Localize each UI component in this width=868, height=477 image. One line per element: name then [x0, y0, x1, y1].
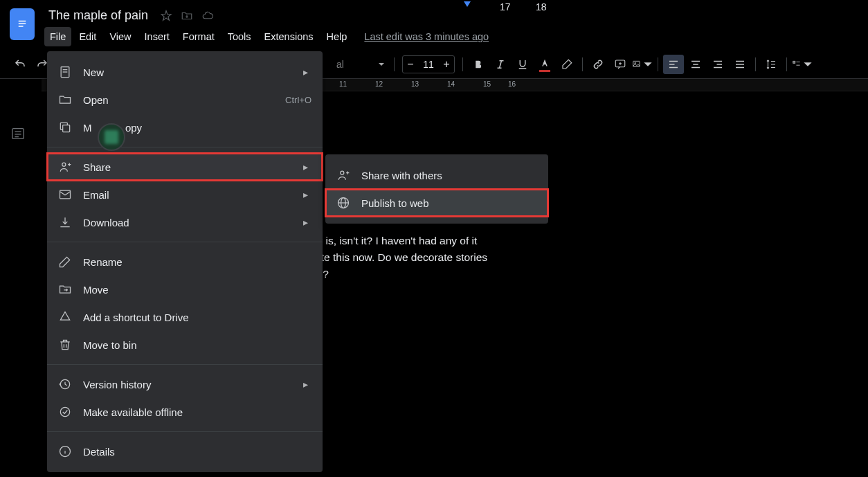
submenu-arrow-icon: ▸ [303, 161, 311, 172]
menu-separator [47, 364, 323, 365]
menu-label: Add a shortcut to Drive [83, 312, 311, 323]
file-menu-add-shortcut[interactable]: Add a shortcut to Drive [47, 303, 323, 331]
ruler-tick: 15 [483, 80, 491, 88]
drive-shortcut-icon [58, 310, 72, 324]
file-menu-share[interactable]: Share ▸ [47, 153, 323, 181]
svg-rect-2 [19, 26, 24, 27]
keyboard-shortcut: Ctrl+O [285, 95, 311, 105]
file-menu-download[interactable]: Download ▸ [47, 208, 323, 236]
insert-image-button[interactable] [632, 55, 653, 74]
ruler-tick: 12 [375, 80, 383, 88]
svg-point-35 [60, 407, 69, 416]
separator [582, 57, 583, 71]
separator [755, 57, 756, 71]
svg-point-32 [62, 163, 66, 166]
file-menu-version-history[interactable]: Version history ▸ [47, 370, 323, 398]
svg-point-39 [341, 171, 344, 174]
align-right-button[interactable] [707, 55, 728, 74]
info-icon [58, 444, 72, 458]
align-left-button[interactable] [663, 55, 684, 74]
submenu-share-with-others[interactable]: Share with others [325, 161, 548, 189]
menu-label: Move [83, 284, 311, 296]
separator [462, 57, 463, 71]
ruler-tick: 16 [508, 80, 516, 88]
bold-button[interactable] [468, 55, 489, 74]
file-menu-new[interactable]: New ▸ [47, 58, 323, 86]
menu-label: Share with others [361, 170, 442, 181]
menu-label: Email [83, 189, 292, 201]
line-spacing-button[interactable] [761, 55, 781, 74]
text-color-button[interactable] [534, 55, 555, 74]
submenu-arrow-icon: ▸ [303, 217, 311, 228]
align-justify-button[interactable] [730, 55, 750, 74]
underline-button[interactable] [512, 55, 533, 74]
file-menu-dropdown: New ▸ Open Ctrl+O Make a copy Share ▸ Em… [47, 51, 323, 472]
font-size-decrease[interactable]: − [403, 56, 418, 73]
submenu-arrow-icon: ▸ [303, 189, 311, 200]
menu-extensions[interactable]: Extensions [259, 27, 319, 46]
copy-icon [58, 120, 72, 134]
folder-move-icon [58, 282, 72, 296]
folder-icon [58, 93, 72, 107]
file-menu-offline[interactable]: Make available offline [47, 398, 323, 426]
ruler-tick: 11 [339, 80, 347, 88]
svg-rect-7 [633, 61, 640, 66]
history-icon [58, 377, 72, 391]
menu-label: Download [83, 217, 292, 228]
menu-label: New [83, 66, 292, 78]
menu-separator [47, 147, 323, 147]
ruler-tick: 14 [447, 80, 455, 88]
file-menu-email[interactable]: Email ▸ [47, 181, 323, 208]
menu-format[interactable]: Format [177, 27, 220, 46]
last-edit-link[interactable]: Last edit was 3 minutes ago [364, 27, 489, 46]
menu-label: Share [83, 161, 292, 173]
move-to-folder-icon[interactable] [180, 9, 194, 23]
italic-button[interactable] [490, 55, 511, 74]
separator [394, 57, 395, 71]
svg-rect-0 [19, 21, 26, 22]
docs-logo[interactable] [10, 8, 35, 40]
file-menu-open[interactable]: Open Ctrl+O [47, 86, 323, 114]
align-center-button[interactable] [685, 55, 706, 74]
file-menu-move[interactable]: Move [47, 276, 323, 303]
pencil-icon [58, 255, 72, 269]
menu-label: Move to bin [83, 339, 311, 351]
insert-link-button[interactable] [588, 55, 608, 74]
svg-rect-31 [63, 125, 70, 132]
file-menu-details[interactable]: Details [47, 438, 323, 465]
collaborator-avatar[interactable] [98, 123, 125, 151]
file-menu-make-copy[interactable]: Make a copy [47, 114, 323, 141]
ruler-indent-marker[interactable] [464, 1, 471, 7]
share-submenu: Share with others Publish to web [325, 154, 548, 224]
star-icon[interactable] [159, 9, 173, 23]
separator [786, 57, 787, 71]
checklist-button[interactable] [792, 55, 813, 74]
svg-line-5 [500, 61, 502, 69]
document-outline-icon[interactable] [10, 126, 28, 144]
font-size-increase[interactable]: + [439, 56, 454, 73]
add-comment-button[interactable] [610, 55, 631, 74]
menu-insert[interactable]: Insert [139, 27, 175, 46]
ruler-tick: 18 [536, 1, 547, 12]
left-sidebar [0, 97, 39, 144]
email-icon [58, 188, 72, 201]
paragraph-style-select[interactable]: al [332, 55, 389, 73]
document-icon [58, 65, 72, 79]
menu-tools[interactable]: Tools [222, 27, 257, 46]
highlight-button[interactable] [557, 55, 577, 74]
submenu-publish-to-web[interactable]: Publish to web [325, 189, 548, 217]
document-title[interactable]: The maple of pain [44, 7, 152, 24]
file-menu-move-to-bin[interactable]: Move to bin [47, 331, 323, 359]
undo-button[interactable] [10, 55, 30, 74]
cloud-status-icon[interactable] [201, 9, 215, 23]
menu-label: Details [83, 446, 311, 458]
menu-edit[interactable]: Edit [73, 27, 102, 46]
menu-file[interactable]: File [44, 27, 71, 46]
menu-help[interactable]: Help [321, 27, 353, 46]
menu-view[interactable]: View [104, 27, 136, 46]
file-menu-rename[interactable]: Rename [47, 248, 323, 276]
font-size-group: − + [402, 55, 455, 73]
separator [658, 57, 658, 71]
submenu-arrow-icon: ▸ [303, 379, 311, 390]
font-size-input[interactable] [418, 56, 439, 73]
